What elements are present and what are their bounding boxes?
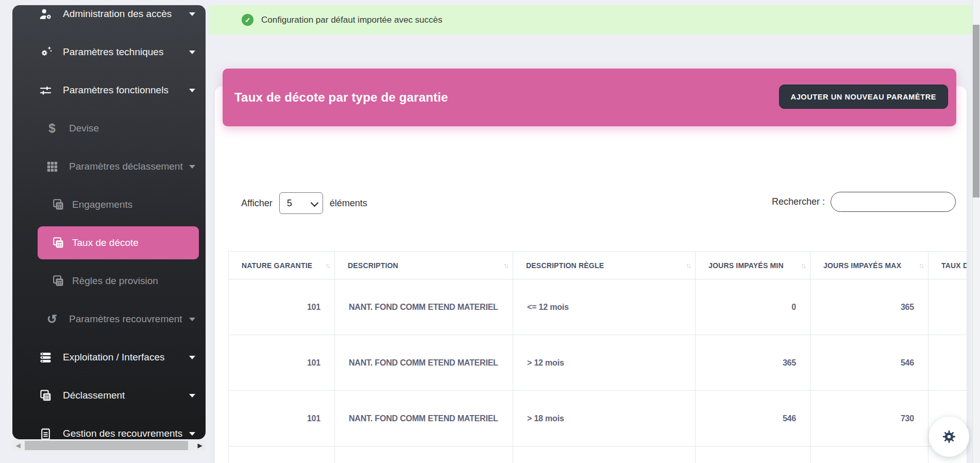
- chevron-down-icon: [189, 432, 195, 436]
- cell-description-regle: > 18 mois: [513, 391, 696, 447]
- add-parameter-button[interactable]: AJOUTER UN NOUVEAU PARAMÈTRE: [779, 85, 948, 109]
- cell-description-regle: [513, 447, 696, 463]
- cell-jours-impayes-min: [696, 447, 810, 463]
- sidebar-item-administration-des-acces[interactable]: Administration des accès: [12, 5, 206, 33]
- dollar-icon: $: [45, 122, 59, 135]
- sort-icon[interactable]: ↑↓: [503, 261, 508, 270]
- grid-icon: [45, 160, 59, 173]
- sidebar-item-exploitation-interfaces[interactable]: Exploitation / Interfaces: [12, 338, 206, 376]
- cell-nature-garantie: [229, 447, 335, 463]
- sidebar-item-label: Paramètres recouvrement: [69, 313, 182, 325]
- calculator-copy-icon: [51, 198, 65, 211]
- table-row: 101 NANT. FOND COMM ETEND MATERIEL > 18 …: [229, 391, 967, 447]
- cell-description: NANT. FOND COMM ETEND MATERIEL: [335, 335, 513, 391]
- sidebar-nav: Administration des accès: [12, 5, 206, 439]
- check-circle-icon: ✓: [242, 14, 254, 26]
- page-title: Taux de décote par type de garantie: [234, 90, 448, 105]
- sidebar-item-label: Taux de décote: [72, 237, 139, 249]
- sidebar-item-taux-de-decote[interactable]: Taux de décote: [12, 224, 206, 262]
- sidebar-horizontal-scrollbar[interactable]: ◀ ▶: [12, 440, 206, 451]
- cell-taux-decote: [928, 335, 967, 391]
- show-label: Afficher: [241, 198, 273, 209]
- cell-jours-impayes-min: 546: [696, 391, 810, 447]
- page-size-select[interactable]: 5: [279, 192, 323, 214]
- column-header-jours-impayes-min[interactable]: JOURS IMPAYÉS MIN ↑↓: [696, 252, 810, 279]
- cell-jours-impayes-max: 730: [810, 391, 928, 447]
- success-alert: ✓ Configuration par défaut importée avec…: [209, 5, 973, 35]
- sort-icon[interactable]: ↑↓: [919, 261, 923, 270]
- cell-jours-impayes-min: 365: [696, 335, 810, 391]
- chevron-down-icon: [189, 356, 195, 359]
- chevron-down-icon: [189, 318, 195, 321]
- vertical-scrollbar-thumb[interactable]: [973, 25, 979, 197]
- sidebar-item-label: Engagements: [72, 199, 132, 210]
- sort-icon[interactable]: ↑↓: [686, 261, 690, 270]
- sidebar: Administration des accès: [12, 5, 206, 439]
- cell-jours-impayes-max: [810, 447, 928, 463]
- settings-fab-button[interactable]: [929, 417, 969, 457]
- sidebar-item-devise[interactable]: $ Devise: [12, 109, 206, 147]
- card-header: Taux de décote par type de garantie AJOU…: [223, 69, 956, 126]
- settings-suggest-icon: [38, 45, 53, 59]
- sidebar-item-label: Devise: [69, 123, 99, 134]
- receipt-icon: [38, 427, 53, 440]
- chevron-down-icon: [189, 12, 195, 16]
- scroll-right-arrow-icon[interactable]: ▶: [194, 440, 206, 451]
- table-row: 101 NANT. FOND COMM ETEND MATERIEL > 12 …: [229, 335, 967, 391]
- cell-description: NANT. FOND COMM ETEND MATERIEL: [335, 391, 513, 447]
- scroll-left-arrow-icon[interactable]: ◀: [12, 440, 24, 451]
- sidebar-item-parametres-declassement[interactable]: Paramètres déclassement: [12, 147, 206, 186]
- calculator-copy-icon: [38, 389, 53, 403]
- sort-icon[interactable]: ↑↓: [801, 261, 805, 270]
- items-label: éléments: [330, 198, 367, 209]
- table-row: [229, 447, 967, 463]
- column-header-nature-garantie[interactable]: NATURE GARANTIE ↑↓: [229, 252, 335, 279]
- chevron-down-icon: [189, 165, 195, 169]
- sidebar-item-label: Paramètres techniques: [63, 46, 163, 58]
- column-header-description-regle[interactable]: DESCRIPTION RÈGLE ↑↓: [513, 252, 696, 279]
- search-input[interactable]: [831, 192, 956, 212]
- calculator-copy-icon: [51, 274, 65, 288]
- cell-jours-impayes-min: 0: [696, 279, 810, 335]
- cell-nature-garantie: 101: [229, 335, 335, 391]
- sidebar-item-label: Paramètres déclassement: [69, 161, 183, 172]
- cell-jours-impayes-max: 365: [810, 279, 928, 335]
- cell-nature-garantie: 101: [229, 391, 335, 447]
- cell-nature-garantie: 101: [229, 279, 335, 335]
- sidebar-item-declassement[interactable]: Déclassement: [12, 376, 206, 415]
- sidebar-item-gestion-des-recouvrements[interactable]: Gestion des recouvrements: [12, 415, 206, 439]
- sort-icon[interactable]: ↑↓: [325, 261, 329, 270]
- search-control: Rechercher :: [772, 191, 956, 212]
- cell-description-regle: <= 12 mois: [513, 279, 696, 335]
- page-vertical-scrollbar[interactable]: [972, 0, 980, 463]
- column-header-description[interactable]: DESCRIPTION ↑↓: [335, 252, 513, 279]
- sidebar-item-label: Déclassement: [63, 390, 125, 401]
- sidebar-item-label: Exploitation / Interfaces: [63, 352, 165, 363]
- sidebar-item-label: Administration des accès: [63, 8, 172, 20]
- gear-icon: [940, 428, 958, 445]
- sidebar-item-regles-de-provision[interactable]: Règles de provision: [12, 262, 206, 300]
- search-label: Rechercher :: [772, 196, 825, 207]
- sidebar-item-parametres-techniques[interactable]: Paramètres techniques: [12, 33, 206, 71]
- sidebar-item-parametres-fonctionnels[interactable]: Paramètres fonctionnels: [12, 71, 206, 109]
- table-row: 101 NANT. FOND COMM ETEND MATERIEL <= 12…: [229, 279, 967, 335]
- sidebar-item-label: Règles de provision: [72, 275, 158, 287]
- column-header-jours-impayes-max[interactable]: JOURS IMPAYÉS MAX ↑↓: [810, 252, 928, 279]
- tune-icon: [38, 84, 53, 97]
- horizontal-scrollbar-thumb[interactable]: [25, 441, 188, 450]
- cell-taux-decote: [928, 279, 967, 335]
- sidebar-item-parametres-recouvrement[interactable]: ↺ Paramètres recouvrement: [12, 300, 206, 338]
- chevron-down-icon: [189, 89, 195, 92]
- sidebar-item-label: Gestion des recouvrements: [63, 428, 182, 439]
- table-header-row: NATURE GARANTIE ↑↓ DESCRIPTION ↑↓ DESCRI…: [229, 252, 967, 279]
- data-table: NATURE GARANTIE ↑↓ DESCRIPTION ↑↓ DESCRI…: [228, 251, 967, 463]
- cell-jours-impayes-max: 546: [810, 335, 928, 391]
- sidebar-item-engagements[interactable]: Engagements: [12, 186, 206, 224]
- cell-description-regle: > 12 mois: [513, 335, 696, 391]
- column-header-taux-decote[interactable]: TAUX D: [928, 252, 967, 279]
- cell-description: NANT. FOND COMM ETEND MATERIEL: [335, 279, 513, 335]
- page-size-control: Afficher 5 éléments: [241, 192, 367, 214]
- cell-description: [335, 447, 513, 463]
- alert-message: Configuration par défaut importée avec s…: [261, 15, 443, 25]
- manage-accounts-icon: [38, 7, 53, 21]
